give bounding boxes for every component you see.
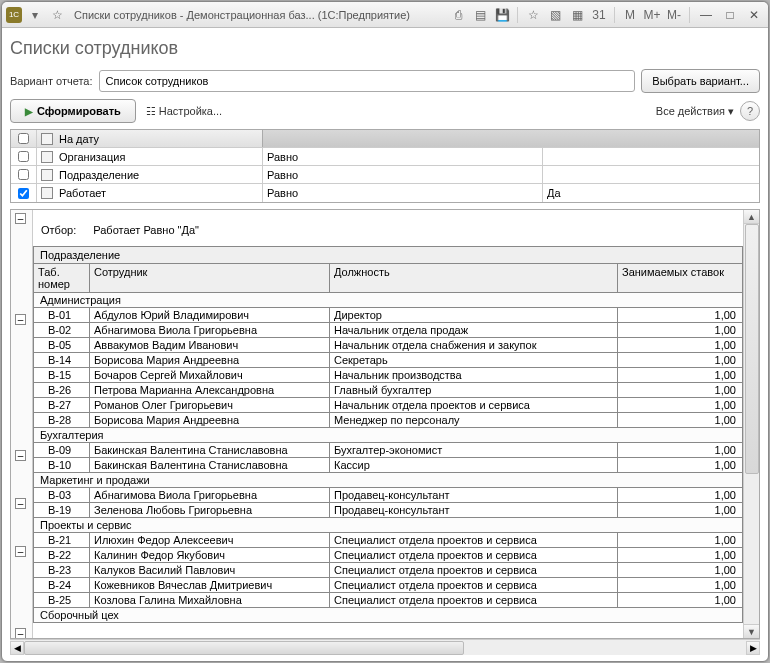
group-header[interactable]: Проекты и сервис — [33, 518, 743, 533]
cell-rate: 1,00 — [618, 548, 742, 562]
table-row[interactable]: В-14Борисова Мария АндреевнаСекретарь1,0… — [33, 353, 743, 368]
filter-name: Подразделение — [57, 166, 263, 183]
cell-pos: Специалист отдела проектов и сервиса — [330, 533, 618, 547]
report-area: – – – – – – Отбор: Работает Равно "Да" П… — [10, 209, 760, 639]
filter-type-icon — [41, 169, 53, 181]
filter-summary: Отбор: Работает Равно "Да" — [33, 210, 743, 246]
table-row[interactable]: В-03Абнагимова Виола ГригорьевнаПродавец… — [33, 488, 743, 503]
cell-pos: Начальник отдела проектов и сервиса — [330, 398, 618, 412]
preview-icon[interactable]: ▤ — [471, 6, 489, 24]
table-row[interactable]: В-25Козлова Галина МихайловнаСпециалист … — [33, 593, 743, 608]
filter-header-checkbox[interactable] — [18, 133, 29, 144]
clipboard-icon[interactable]: ▧ — [546, 6, 564, 24]
group-header[interactable]: Маркетинг и продажи — [33, 473, 743, 488]
table-row[interactable]: В-05Аввакумов Вадим ИвановичНачальник от… — [33, 338, 743, 353]
variant-input[interactable] — [99, 70, 636, 92]
scroll-right-icon[interactable]: ▶ — [746, 641, 760, 655]
table-row[interactable]: В-28Борисова Мария АндреевнаМенеджер по … — [33, 413, 743, 428]
cell-emp: Калуков Василий Павлович — [90, 563, 330, 577]
collapse-toggle[interactable]: – — [15, 314, 26, 325]
cell-tab: В-25 — [34, 593, 90, 607]
calendar-icon[interactable]: 31 — [590, 6, 608, 24]
maximize-button[interactable]: □ — [720, 6, 740, 24]
cell-pos: Бухгалтер-экономист — [330, 443, 618, 457]
vertical-scrollbar[interactable]: ▲ ▼ — [743, 210, 759, 638]
close-button[interactable]: ✕ — [744, 6, 764, 24]
group-header[interactable]: Администрация — [33, 293, 743, 308]
mem-m-icon[interactable]: M — [621, 6, 639, 24]
group-header[interactable]: Бухгалтерия — [33, 428, 743, 443]
cell-rate: 1,00 — [618, 503, 742, 517]
cell-tab: В-10 — [34, 458, 90, 472]
filter-checkbox[interactable] — [18, 169, 29, 180]
play-icon: ▶ — [25, 106, 33, 117]
favorite-star-icon[interactable]: ☆ — [48, 6, 66, 24]
group-header[interactable]: Сборочный цех — [33, 608, 743, 623]
horizontal-scrollbar[interactable]: ◀ ▶ — [10, 639, 760, 655]
table-row[interactable]: В-10Бакинская Валентина СтаниславовнаКас… — [33, 458, 743, 473]
table-row[interactable]: В-09Бакинская Валентина СтаниславовнаБух… — [33, 443, 743, 458]
save-icon[interactable]: 💾 — [493, 6, 511, 24]
filter-op: Равно — [263, 148, 543, 165]
scroll-down-icon[interactable]: ▼ — [744, 624, 759, 638]
table-row[interactable]: В-27Романов Олег ГригорьевичНачальник от… — [33, 398, 743, 413]
cell-emp: Аввакумов Вадим Иванович — [90, 338, 330, 352]
cell-rate: 1,00 — [618, 308, 742, 322]
print-icon[interactable]: ⎙ — [449, 6, 467, 24]
col-emp: Сотрудник — [90, 264, 330, 293]
select-variant-button[interactable]: Выбрать вариант... — [641, 69, 760, 93]
cell-emp: Кожевников Вячеслав Дмитриевич — [90, 578, 330, 592]
cell-rate: 1,00 — [618, 353, 742, 367]
cell-pos: Директор — [330, 308, 618, 322]
cell-emp: Абнагимова Виола Григорьевна — [90, 488, 330, 502]
cell-emp: Петрова Марианна Александровна — [90, 383, 330, 397]
scroll-up-icon[interactable]: ▲ — [744, 210, 759, 224]
filter-value — [543, 166, 759, 183]
collapse-toggle[interactable]: – — [15, 213, 26, 224]
cell-tab: В-28 — [34, 413, 90, 427]
all-actions-button[interactable]: Все действия▾ — [656, 105, 734, 118]
table-row[interactable]: В-15Бочаров Сергей МихайловичНачальник п… — [33, 368, 743, 383]
dropdown-icon[interactable]: ▾ — [26, 6, 44, 24]
cell-emp: Калинин Федор Якубович — [90, 548, 330, 562]
collapse-toggle[interactable]: – — [15, 450, 26, 461]
mem-mminus-icon[interactable]: M- — [665, 6, 683, 24]
column-headers: Таб. номер Сотрудник Должность Занимаемы… — [33, 264, 743, 293]
settings-button[interactable]: ☷Настройка... — [146, 105, 222, 118]
mem-mplus-icon[interactable]: M+ — [643, 6, 661, 24]
filter-checkbox[interactable] — [18, 188, 29, 199]
table-row[interactable]: В-21Илюхин Федор АлексеевичСпециалист от… — [33, 533, 743, 548]
help-button[interactable]: ? — [740, 101, 760, 121]
minimize-button[interactable]: — — [696, 6, 716, 24]
table-row[interactable]: В-19Зеленова Любовь ГригорьевнаПродавец-… — [33, 503, 743, 518]
collapse-toggle[interactable]: – — [15, 628, 26, 639]
hscroll-thumb[interactable] — [24, 641, 464, 655]
collapse-toggle[interactable]: – — [15, 498, 26, 509]
cell-rate: 1,00 — [618, 413, 742, 427]
filter-value: Да — [543, 184, 759, 202]
app-icon: 1C — [6, 7, 22, 23]
cell-tab: В-01 — [34, 308, 90, 322]
star-icon[interactable]: ☆ — [524, 6, 542, 24]
table-row[interactable]: В-23Калуков Василий ПавловичСпециалист о… — [33, 563, 743, 578]
cell-emp: Бакинская Валентина Станиславовна — [90, 443, 330, 457]
cell-emp: Романов Олег Григорьевич — [90, 398, 330, 412]
table-row[interactable]: В-02Абнагимова Виола ГригорьевнаНачальни… — [33, 323, 743, 338]
toolbar: ▶Сформировать ☷Настройка... Все действия… — [10, 99, 760, 123]
cell-rate: 1,00 — [618, 338, 742, 352]
col-tab: Таб. номер — [34, 264, 90, 293]
calc-icon[interactable]: ▦ — [568, 6, 586, 24]
table-row[interactable]: В-26Петрова Марианна АлександровнаГлавны… — [33, 383, 743, 398]
scroll-left-icon[interactable]: ◀ — [10, 641, 24, 655]
filter-checkbox[interactable] — [18, 151, 29, 162]
otbor-text: Работает Равно "Да" — [93, 224, 199, 236]
table-row[interactable]: В-22Калинин Федор ЯкубовичСпециалист отд… — [33, 548, 743, 563]
table-row[interactable]: В-01Абдулов Юрий ВладимировичДиректор1,0… — [33, 308, 743, 323]
settings-label: Настройка... — [159, 105, 222, 117]
scroll-thumb[interactable] — [745, 224, 759, 474]
cell-emp: Абдулов Юрий Владимирович — [90, 308, 330, 322]
form-button[interactable]: ▶Сформировать — [10, 99, 136, 123]
cell-tab: В-03 — [34, 488, 90, 502]
table-row[interactable]: В-24Кожевников Вячеслав ДмитриевичСпециа… — [33, 578, 743, 593]
collapse-toggle[interactable]: – — [15, 546, 26, 557]
